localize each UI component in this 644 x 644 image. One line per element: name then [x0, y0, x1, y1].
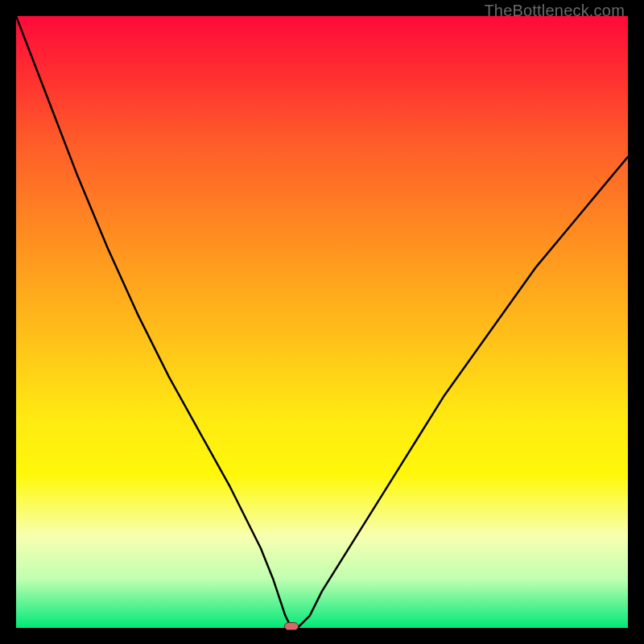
optimal-point-marker	[284, 622, 299, 630]
watermark-text: TheBottleneck.com	[484, 2, 625, 20]
chart-container: TheBottleneck.com	[0, 0, 644, 644]
plot-area	[16, 16, 628, 628]
